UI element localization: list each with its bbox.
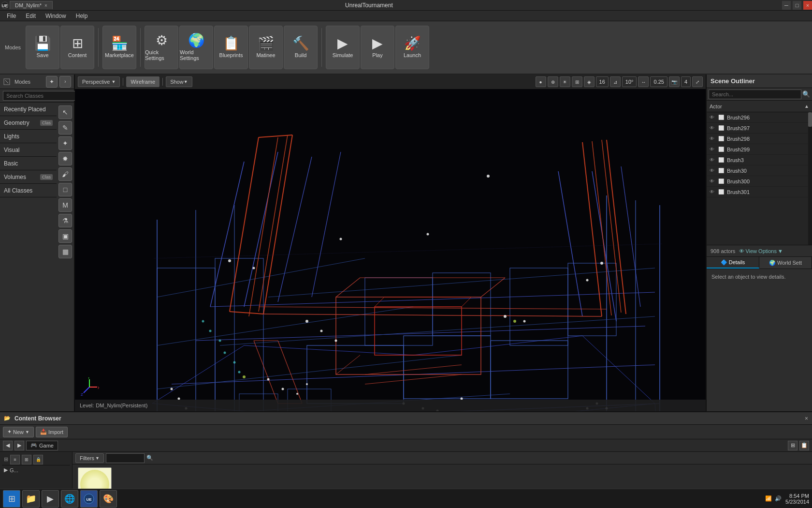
toolbar-separator-1	[98, 28, 99, 67]
simulate-button[interactable]: ▶ Simulate	[326, 26, 360, 69]
details-tab[interactable]: 🔷 Details	[707, 257, 759, 269]
actor-sort-icon[interactable]: ▲	[804, 104, 809, 109]
minimize-button[interactable]: ─	[782, 1, 791, 10]
viewport-area[interactable]: Perspective ▼ Wireframe Show ▼ ● ⊕ ☀ ⊞	[75, 75, 706, 411]
scene-search-input[interactable]	[709, 90, 801, 99]
taskbar-explorer[interactable]: 📁	[22, 490, 40, 508]
content-icon: ⊞	[72, 37, 83, 50]
view-options-link[interactable]: 👁 View Options ▼	[739, 248, 783, 254]
menu-help[interactable]: Help	[71, 12, 93, 20]
blueprints-button[interactable]: 📋 Blueprints	[214, 26, 248, 69]
nav-tree-toggle[interactable]: ⊞	[788, 441, 798, 450]
grid-btn[interactable]: ⊞	[572, 76, 582, 87]
save-button[interactable]: 💾 Save	[26, 26, 59, 69]
nav-view-toggle[interactable]: 📋	[799, 441, 809, 450]
svg-point-85	[267, 378, 270, 381]
volumes-section[interactable]: Volumes Clas	[0, 170, 57, 184]
content-browser-close[interactable]: ×	[805, 415, 808, 422]
mode-icon-select[interactable]: ✦	[46, 76, 58, 88]
close-window-button[interactable]: ×	[803, 1, 812, 10]
scene-scroll-thumb[interactable]	[808, 112, 812, 127]
filter-list-btn[interactable]: ≡	[10, 455, 20, 464]
nav-back-button[interactable]: ◀	[3, 441, 13, 450]
grid-size: 16	[596, 76, 609, 87]
filter-grid-btn[interactable]: ⊞	[22, 455, 31, 464]
scene-item-brush3[interactable]: 👁 ⬜ Brush3	[707, 155, 808, 165]
quick-settings-button[interactable]: ⚙ Quick Settings	[145, 26, 178, 69]
import-label: Import	[48, 429, 63, 435]
scene-item-brush300[interactable]: 👁 ⬜ Brush300	[707, 176, 808, 187]
scene-item-brush301[interactable]: 👁 ⬜ Brush301	[707, 187, 808, 197]
tool-grid[interactable]: ▦	[58, 245, 72, 258]
scene-item-brush296[interactable]: 👁 ⬜ Brush296	[707, 112, 808, 123]
visibility-icon-brush299: 👁	[710, 147, 716, 152]
recently-placed-section[interactable]: Recently Placed	[0, 103, 57, 116]
launch-button[interactable]: 🚀 Launch	[395, 26, 429, 69]
tool-box2[interactable]: ▣	[58, 229, 72, 243]
scene-item-brush299[interactable]: 👁 ⬜ Brush299	[707, 144, 808, 155]
scene-search-icon[interactable]: 🔍	[802, 90, 810, 98]
tool-sparkle[interactable]: ✸	[58, 152, 72, 165]
maximize-viewport-btn[interactable]: ⤢	[692, 76, 703, 87]
menu-edit[interactable]: Edit	[21, 12, 41, 20]
filter-lock-btn[interactable]: 🔒	[33, 455, 43, 464]
import-button[interactable]: 📥 Import	[36, 427, 68, 437]
tool-paint[interactable]: ✎	[58, 121, 72, 134]
taskbar-browser[interactable]: 🌐	[61, 490, 78, 508]
lights-section[interactable]: Lights	[0, 130, 57, 143]
filters-dropdown-button[interactable]: Filters ▼	[75, 453, 104, 463]
content-button[interactable]: ⊞ Content	[60, 26, 94, 69]
scene-scrollbar[interactable]	[808, 112, 812, 245]
start-button[interactable]: ⊞	[3, 490, 20, 508]
camera-speed-btn[interactable]: 📷	[669, 76, 680, 87]
search-classes-input[interactable]	[3, 91, 76, 101]
scene-item-brush298[interactable]: 👁 ⬜ Brush298	[707, 134, 808, 144]
marketplace-button[interactable]: 🏪 Marketplace	[102, 26, 136, 69]
editor-tab[interactable]: DM_Nylim* ×	[10, 1, 53, 9]
tool-select[interactable]: ↖	[58, 105, 72, 119]
matinee-button[interactable]: 🎬 Matinee	[249, 26, 283, 69]
menu-window[interactable]: Window	[41, 12, 71, 20]
taskbar-paint[interactable]: 🎨	[100, 490, 117, 508]
geometry-section[interactable]: Geometry Clas	[0, 116, 57, 130]
cb-search-icon[interactable]: 🔍	[146, 455, 153, 461]
taskbar-ue[interactable]: UE	[80, 490, 98, 508]
maximize-button[interactable]: □	[793, 1, 801, 10]
content-search-input[interactable]	[106, 453, 145, 463]
taskbar-player[interactable]: ▶	[42, 490, 59, 508]
world-settings-button[interactable]: 🌍 World Settings	[179, 26, 213, 69]
tool-brush[interactable]: 🖌	[58, 167, 72, 181]
tab-close-button[interactable]: ×	[44, 3, 47, 8]
visual-section[interactable]: Visual	[0, 143, 57, 157]
basic-section[interactable]: Basic	[0, 157, 57, 170]
show-button[interactable]: Show ▼	[166, 76, 192, 87]
new-button[interactable]: ✦ New ▼	[3, 427, 34, 437]
wireframe-button[interactable]: Wireframe	[126, 76, 160, 87]
tree-item-game[interactable]: ▶ G...	[2, 465, 70, 475]
play-button[interactable]: ▶ Play	[361, 26, 394, 69]
viewport-mode-button[interactable]: Perspective ▼	[78, 76, 120, 87]
tool-flask[interactable]: ⚗	[58, 214, 72, 227]
modes-icons: ✦ ›	[46, 76, 71, 88]
scene-item-brush297[interactable]: 👁 ⬜ Brush297	[707, 123, 808, 134]
all-classes-section[interactable]: All Classes	[0, 184, 57, 197]
nav-forward-button[interactable]: ▶	[14, 441, 24, 450]
scale-btn[interactable]: ↔	[638, 76, 649, 87]
tool-box[interactable]: □	[58, 183, 72, 196]
build-button[interactable]: 🔨 Build	[284, 26, 318, 69]
menu-file[interactable]: File	[2, 12, 21, 20]
axis-indicator: X Y Z	[80, 377, 99, 398]
windows-icon: ⊞	[8, 493, 15, 504]
mode-icon-expand[interactable]: ›	[59, 76, 71, 88]
tool-cylinder[interactable]: M	[58, 198, 72, 212]
angle2-btn[interactable]: ⊿	[610, 76, 621, 87]
tool-sun[interactable]: ✦	[58, 136, 72, 150]
window-controls: ─ □ ×	[782, 1, 812, 10]
sphere-btn[interactable]: ●	[536, 76, 546, 87]
globe-btn[interactable]: ⊕	[548, 76, 558, 87]
world-settings-tab[interactable]: 🌍 World Sett	[759, 257, 812, 269]
scene-item-brush30[interactable]: 👁 ⬜ Brush30	[707, 165, 808, 176]
volumes-badge: Clas	[40, 174, 53, 180]
light-btn[interactable]: ☀	[560, 76, 570, 87]
angle-btn[interactable]: ◈	[584, 76, 594, 87]
